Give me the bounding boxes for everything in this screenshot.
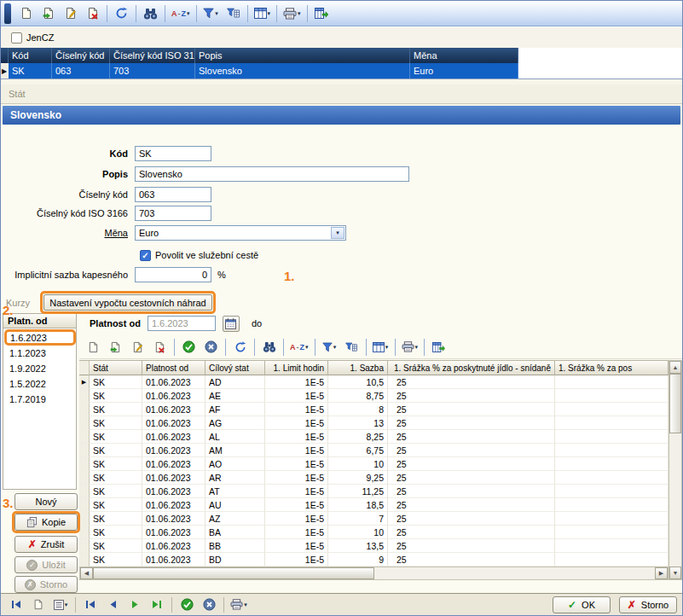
edit-button[interactable] — [60, 3, 81, 24]
grid-edit-button[interactable] — [127, 337, 148, 357]
export-button[interactable] — [311, 3, 333, 24]
rates-grid-col-header[interactable]: 1. Limit hodin — [265, 361, 328, 375]
record-first-button[interactable] — [80, 596, 101, 613]
platnost-list-item[interactable]: 1.5.2022 — [3, 376, 76, 392]
platnost-list-item[interactable]: 1.6.2023 — [4, 329, 76, 346]
new-button[interactable] — [15, 3, 37, 24]
jencz-checkbox[interactable] — [11, 32, 22, 44]
rates-grid-col-header[interactable]: 1. Sazba — [328, 361, 388, 375]
platnost-od-input[interactable]: 1.6.2023 — [148, 316, 216, 331]
refresh-button[interactable] — [111, 3, 132, 24]
columns-button[interactable]: ▾ — [252, 3, 274, 24]
delete-button[interactable] — [82, 3, 103, 24]
rates-grid-row[interactable]: SK01.06.2023BA1E-51025 — [79, 526, 669, 539]
ok-button[interactable]: ✓OK — [553, 596, 611, 613]
grid-export-button[interactable] — [428, 337, 449, 357]
calendar-button[interactable] — [223, 316, 240, 332]
country-col-header[interactable]: Číselný kód ISO 3166 — [110, 48, 195, 63]
rates-grid-row[interactable]: SK01.06.2023AZ1E-5725 — [79, 512, 669, 526]
platnost-bar: Platnost od 1.6.2023 do — [79, 313, 682, 334]
grid-filter-advanced-button[interactable] — [341, 337, 362, 357]
grid-delete-button[interactable] — [149, 337, 171, 357]
rates-grid-row[interactable]: SK01.06.2023AO1E-51025 — [79, 457, 669, 471]
vertical-scroll-track[interactable] — [669, 433, 681, 567]
grid-vertical-scrollbar[interactable]: ▲ ▼ — [669, 360, 682, 580]
edit-doc-icon — [65, 7, 77, 20]
popis-input[interactable]: Slovensko — [135, 166, 409, 182]
grid-apply-button[interactable] — [178, 337, 200, 357]
platnost-list-header[interactable]: Platn. od — [3, 313, 77, 328]
zrusit-button[interactable]: ✗Zrušit — [14, 536, 78, 553]
platnost-list-item[interactable]: 1.1.2023 — [3, 346, 76, 361]
bottom-print-button[interactable]: ▾ — [229, 596, 249, 613]
grid-cancel-button[interactable] — [200, 337, 222, 357]
record-last-button[interactable] — [147, 596, 167, 613]
kopie-button[interactable]: Kopie — [14, 514, 78, 531]
accept-button[interactable] — [177, 596, 197, 613]
novy-button[interactable]: Nový — [14, 493, 78, 510]
grid-refresh-button[interactable] — [229, 337, 251, 357]
list-menu-button[interactable]: ▾ — [50, 596, 71, 613]
mena-label[interactable]: Měna — [1, 228, 135, 238]
grid-filter-button[interactable]: ▾ — [319, 337, 340, 357]
nav-first-button[interactable] — [6, 596, 26, 613]
print-button[interactable]: ▾ — [281, 3, 304, 24]
scroll-right-button[interactable]: ▶ — [655, 567, 668, 579]
kod-input[interactable]: SK — [135, 146, 211, 161]
record-prev-button[interactable] — [102, 596, 123, 613]
grid-open-button[interactable] — [105, 337, 126, 357]
search-button[interactable] — [140, 3, 161, 24]
rates-grid-row[interactable]: SK01.06.2023AE1E-58,7525 — [79, 389, 669, 403]
nahrady-settings-button[interactable]: Nastavení vypočtu cestovních náhrad — [43, 294, 212, 311]
filter-advanced-button[interactable] — [223, 3, 244, 24]
rates-grid-row[interactable]: SK01.06.2023AF1E-5825 — [79, 403, 669, 416]
horizontal-scroll-track[interactable] — [374, 567, 655, 579]
rates-grid-col-header[interactable]: 1. Srážka % za poskytnuté jídlo - snídan… — [388, 361, 555, 375]
rates-grid-row[interactable]: ▶SK01.06.2023AD1E-510,525 — [79, 375, 669, 389]
mena-select[interactable]: Euro ▾ — [135, 225, 346, 241]
grid-new-button[interactable] — [83, 337, 104, 357]
grid-columns-button[interactable]: ▾ — [370, 337, 391, 357]
record-next-button[interactable] — [124, 596, 145, 613]
rates-grid-col-header[interactable]: Cílový stat — [205, 361, 265, 375]
rates-grid-row[interactable]: SK01.06.2023AR1E-59,2525 — [79, 471, 669, 485]
rates-grid-row[interactable]: SK01.06.2023AU1E-518,525 — [79, 498, 669, 512]
scroll-left-button[interactable]: ◀ — [80, 567, 93, 579]
page-button[interactable] — [28, 596, 49, 613]
cancel-button[interactable] — [199, 596, 219, 613]
rates-grid-row[interactable]: SK01.06.2023BD1E-5925 — [79, 553, 669, 567]
rates-grid-row[interactable]: SK01.06.2023AT1E-511,2525 — [79, 485, 669, 498]
rates-grid-row[interactable]: SK01.06.2023BB1E-513,525 — [79, 539, 669, 553]
country-table-row[interactable]: ▶ SK 063 703 Slovensko Euro — [1, 63, 682, 78]
povolit-checkbox[interactable]: ✓ — [140, 250, 151, 261]
country-cell-popis: Slovensko — [195, 63, 410, 78]
platnost-list-item[interactable]: 1.7.2019 — [3, 392, 76, 407]
grid-horizontal-scrollbar[interactable]: ◀ ▶ — [79, 567, 669, 580]
chevron-down-icon[interactable]: ▾ — [331, 227, 344, 239]
grid-print-button[interactable]: ▾ — [399, 337, 421, 357]
country-col-header[interactable]: Kód — [9, 48, 52, 63]
rates-grid-row[interactable]: SK01.06.2023AM1E-56,7525 — [79, 444, 669, 457]
kapesne-input[interactable]: 0 — [135, 267, 211, 282]
rates-grid-row[interactable]: SK01.06.2023AL1E-58,2525 — [79, 430, 669, 444]
iso-input[interactable]: 703 — [135, 206, 211, 221]
vertical-scroll-thumb[interactable] — [669, 374, 681, 433]
rates-grid-col-header[interactable]: Platnost od — [142, 361, 205, 375]
rates-grid-col-header[interactable]: Stát — [90, 361, 142, 375]
grid-sort-button[interactable]: A-Z▾ — [287, 337, 311, 357]
filter-button[interactable]: ▾ — [200, 3, 222, 24]
country-col-header[interactable]: Popis — [195, 48, 410, 63]
scroll-up-button[interactable]: ▲ — [669, 361, 681, 374]
platnost-list-item[interactable]: 1.9.2022 — [3, 361, 76, 376]
grid-search-button[interactable] — [258, 337, 280, 357]
ciselny-kod-input[interactable]: 063 — [135, 187, 211, 202]
storno-button[interactable]: ✗Storno — [619, 596, 677, 613]
sort-button[interactable]: A-Z▾ — [169, 3, 193, 24]
rates-grid-col-header[interactable]: 1. Srážka % za pos — [555, 361, 669, 375]
open-button[interactable] — [38, 3, 59, 24]
scroll-down-button[interactable]: ▼ — [669, 567, 681, 579]
horizontal-scroll-thumb[interactable] — [93, 567, 374, 579]
rates-grid-row[interactable]: SK01.06.2023AG1E-51325 — [79, 416, 669, 430]
country-col-header[interactable]: Číselný kód — [52, 48, 110, 63]
country-col-header[interactable]: Měna — [410, 48, 518, 63]
